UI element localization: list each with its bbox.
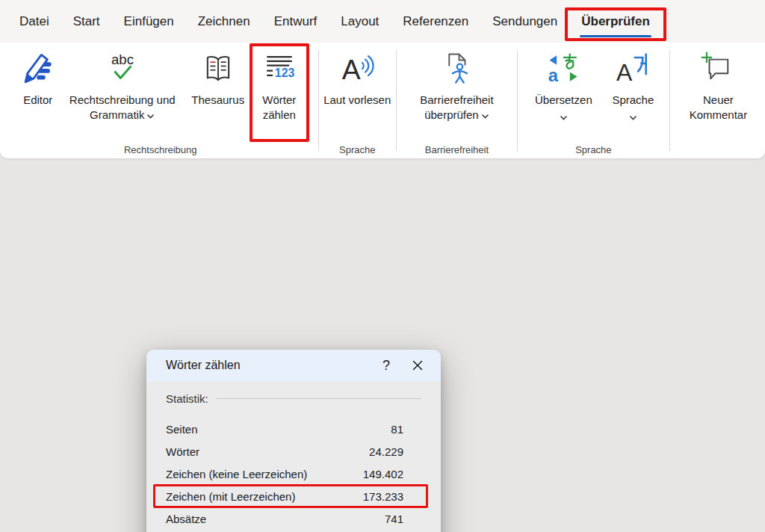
ribbon-group-comments: Neuer Kommentar — [672, 43, 765, 158]
button-label: Übersetzen — [535, 93, 592, 106]
svg-text:123: 123 — [275, 66, 295, 79]
stat-row-chars-with-spaces: Zeichen (mit Leerzeichen) 173.233 — [166, 485, 421, 507]
ribbon-group-accessibility: Barrierefreiheit überprüfen Barrierefrei… — [398, 43, 515, 158]
group-label-accessibility: Barrierefreiheit — [398, 142, 515, 158]
editor-pen-icon — [21, 48, 55, 90]
group-divider — [396, 50, 397, 151]
tab-label: Layout — [341, 14, 379, 29]
stat-value: 81 — [391, 423, 403, 436]
tab-label: Zeichnen — [198, 14, 250, 29]
ribbon-tab-strip: Datei Start Einfügen Zeichnen Entwurf La… — [0, 0, 765, 43]
spelling-grammar-button[interactable]: abc Rechtschreibung und Grammatik — [61, 46, 184, 142]
tab-layout[interactable]: Layout — [329, 0, 391, 43]
word-count-dialog: Wörter zählen ? Statistik: Seiten 81 Wör… — [146, 350, 441, 532]
chevron-down-icon — [560, 115, 568, 120]
svg-text:A: A — [616, 59, 633, 86]
translate-icon: a — [546, 48, 580, 90]
stat-row-chars-no-spaces: Zeichen (keine Leerzeichen) 149.402 — [166, 463, 421, 485]
tab-label: Einfügen — [124, 14, 174, 29]
read-aloud-icon: A — [340, 48, 374, 90]
statistics-section-header: Statistik: — [166, 391, 421, 406]
svg-text:abc: abc — [111, 52, 134, 67]
tab-start[interactable]: Start — [61, 0, 112, 43]
document-canvas: Wörter zählen ? Statistik: Seiten 81 Wör… — [0, 158, 765, 532]
new-comment-button[interactable]: Neuer Kommentar — [674, 46, 762, 142]
tab-label: Überprüfen — [581, 14, 650, 29]
ribbon-group-speech: A Laut vorlesen Sprache — [320, 43, 394, 158]
language-button[interactable]: A Sprache — [603, 46, 663, 142]
stat-row-words: Wörter 24.229 — [166, 440, 421, 463]
accessibility-checker-button[interactable]: Barrierefreiheit überprüfen — [399, 46, 514, 142]
button-label: Thesaurus — [191, 93, 244, 106]
group-divider — [669, 50, 670, 151]
stat-row-paragraphs: Absätze 741 — [166, 507, 421, 530]
stat-value: 149.402 — [363, 468, 403, 480]
chevron-down-icon — [481, 114, 489, 119]
stat-value: 173.233 — [363, 490, 403, 503]
spelling-grammar-icon: abc — [105, 48, 140, 90]
statistics-label: Statistik: — [166, 392, 208, 405]
thesaurus-book-icon — [201, 48, 235, 90]
read-aloud-button[interactable]: A Laut vorlesen — [323, 46, 391, 142]
editor-button[interactable]: Editor — [15, 46, 61, 142]
chevron-down-icon — [629, 115, 637, 120]
word-count-button[interactable]: 123 Wörter zählen — [253, 46, 306, 142]
thesaurus-button[interactable]: Thesaurus — [184, 46, 253, 142]
dialog-close-icon[interactable] — [402, 350, 433, 381]
dialog-titlebar[interactable]: Wörter zählen ? — [146, 350, 441, 381]
group-divider — [318, 50, 319, 151]
tab-datei[interactable]: Datei — [7, 0, 61, 43]
tab-einfuegen[interactable]: Einfügen — [112, 0, 186, 43]
stat-value: 741 — [385, 513, 403, 525]
svg-text:A: A — [342, 54, 361, 85]
tab-referenzen[interactable]: Referenzen — [391, 0, 480, 43]
translate-button[interactable]: a Übersetzen — [524, 46, 603, 142]
button-label: Editor — [23, 93, 52, 106]
stat-label: Wörter — [166, 445, 199, 458]
group-label-language: Sprache — [519, 142, 668, 158]
stat-value: 24.229 — [369, 445, 403, 458]
chevron-down-icon — [146, 114, 155, 119]
button-label: Wörter zählen — [262, 93, 296, 121]
ribbon: Editor abc Rechtschreibung und Grammatik — [0, 43, 765, 158]
dialog-title: Wörter zählen — [166, 359, 371, 372]
tab-zeichnen[interactable]: Zeichnen — [186, 0, 262, 43]
word-count-icon: 123 — [262, 48, 297, 90]
svg-text:a: a — [548, 65, 559, 85]
tab-sendungen[interactable]: Sendungen — [480, 0, 569, 43]
ribbon-group-language: a Übersetzen A — [519, 43, 668, 158]
accessibility-checker-icon — [439, 48, 474, 90]
button-label: Rechtschreibung und Grammatik — [69, 93, 176, 121]
new-comment-icon — [701, 48, 735, 90]
group-label-proofing: Rechtschreibung — [4, 142, 317, 158]
group-label-comments — [672, 142, 765, 158]
tab-entwurf[interactable]: Entwurf — [262, 0, 329, 43]
stat-row-pages: Seiten 81 — [166, 418, 421, 440]
group-divider — [517, 50, 518, 151]
tab-label: Referenzen — [403, 14, 468, 29]
stat-label: Absätze — [166, 513, 206, 525]
button-label: Laut vorlesen — [323, 93, 391, 106]
tab-ueberpruefen[interactable]: Überprüfen — [569, 0, 662, 43]
dialog-help-button[interactable]: ? — [371, 350, 402, 381]
tab-label: Datei — [19, 14, 49, 29]
active-tab-underline — [580, 35, 651, 38]
group-label-speech: Sprache — [320, 142, 394, 158]
button-label: Sprache — [612, 93, 654, 106]
language-icon: A — [616, 48, 650, 90]
tab-label: Start — [73, 14, 100, 29]
button-label: Neuer Kommentar — [690, 93, 748, 121]
tab-label: Sendungen — [492, 14, 557, 29]
stat-label: Seiten — [166, 423, 198, 436]
stat-label: Zeichen (mit Leerzeichen) — [166, 490, 295, 503]
section-divider — [216, 398, 421, 399]
ribbon-group-proofing: Editor abc Rechtschreibung und Grammatik — [4, 43, 317, 158]
tab-label: Entwurf — [274, 14, 318, 29]
stat-label: Zeichen (keine Leerzeichen) — [166, 468, 307, 480]
